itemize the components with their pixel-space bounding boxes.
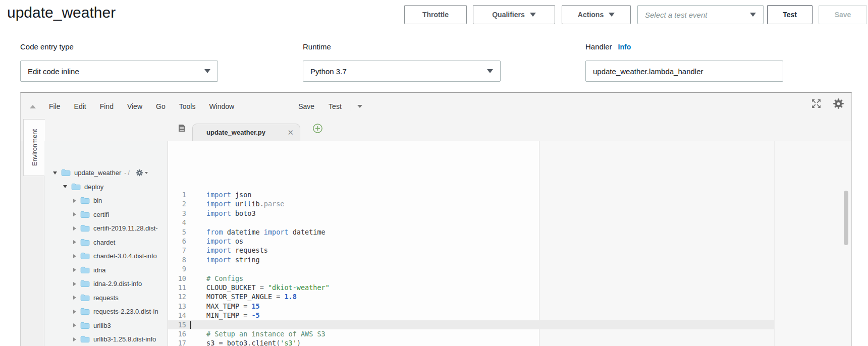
chevron-down-icon [145,172,148,174]
folder-icon [80,239,90,246]
tree-item-deploy[interactable]: deploy [44,180,168,194]
folder-icon [61,169,71,177]
folder-icon [80,294,90,302]
actions-button[interactable]: Actions [562,5,631,24]
environment-tab[interactable]: Environment [23,119,45,176]
tree-item-update-weather[interactable]: update_weather- / [44,166,168,180]
tree-settings-gear-icon[interactable] [136,169,148,177]
tree-caret-collapsed-icon[interactable] [73,296,76,300]
tree-item-chardet[interactable]: chardet [44,236,168,249]
line-number: 16 [168,329,186,338]
chevron-down-icon [609,13,615,17]
tree-caret-collapsed-icon[interactable] [73,310,76,314]
editor-test-action[interactable]: Test [329,102,342,110]
code-line: import os [206,237,243,246]
tree-item-label: certifi-2019.11.28.dist- [93,224,158,232]
code-editor-surface[interactable]: 1import json2import urllib.parse3import … [168,141,851,346]
menu-tools[interactable]: Tools [179,102,196,110]
runtime-value: Python 3.7 [310,67,347,76]
tree-caret-collapsed-icon[interactable] [73,254,76,258]
tree-caret-collapsed-icon[interactable] [73,199,76,203]
menu-actions: SaveTest [248,102,342,110]
code-line: import boto3 [206,209,256,218]
code-line: import requests [206,246,268,255]
menu-go[interactable]: Go [156,102,166,110]
menu-file[interactable]: File [49,102,61,110]
tree-item-chardet-3-0-4-dist-info[interactable]: chardet-3.0.4.dist-info [44,249,168,263]
print-margin-zone [539,141,851,346]
tree-item-urllib3[interactable]: urllib3 [44,319,168,332]
vertical-scrollbar-thumb[interactable] [844,191,848,245]
save-button[interactable]: Save [819,5,867,24]
menubar-divider [351,101,351,111]
line-number: 8 [168,255,186,264]
qualifiers-button-label: Qualifiers [492,11,525,19]
qualifiers-button[interactable]: Qualifiers [473,5,555,24]
line-number: 2 [168,199,186,208]
code-line: import json [206,190,251,199]
line-number: 17 [168,338,186,346]
tree-caret-expanded-icon[interactable] [63,185,67,188]
code-entry-type-value: Edit code inline [28,67,79,76]
throttle-button-label: Throttle [422,11,449,19]
menu-find[interactable]: Find [100,102,114,110]
line-number: 11 [168,283,186,292]
tree-caret-expanded-icon[interactable] [53,171,57,175]
editor-settings-gear-icon[interactable] [833,98,844,111]
line-number: 9 [168,264,186,273]
menu-view[interactable]: View [127,102,142,110]
save-button-label: Save [835,11,851,19]
line-number: 4 [168,218,186,227]
folder-icon [80,197,90,204]
tab-close-icon[interactable]: ✕ [287,129,294,136]
collapse-editor-icon[interactable] [30,105,36,108]
code-line: # Setup an instance of AWS S3 [206,329,326,338]
tree-caret-collapsed-icon[interactable] [73,323,76,327]
tab-list-icon[interactable] [177,124,186,135]
editor-save-action[interactable]: Save [298,102,314,110]
handler-input[interactable]: update_weather.lambda_handler [585,61,783,82]
handler-info-link[interactable]: Info [618,43,631,51]
tree-item-urllib3-1-25-8-dist-info[interactable]: urllib3-1.25.8.dist-info [44,332,168,346]
folder-icon [80,322,90,329]
tree-caret-collapsed-icon[interactable] [73,337,76,341]
line-number: 10 [168,274,186,283]
content-edge-line [774,141,775,346]
test-event-select[interactable]: Select a test event [637,5,764,24]
tree-caret-collapsed-icon[interactable] [73,240,76,244]
tree-item-requests[interactable]: requests [44,291,168,305]
runtime-label: Runtime [303,42,331,51]
tab-update-weather-py[interactable]: update_weather.py ✕ [192,124,300,141]
tree-caret-collapsed-icon[interactable] [73,268,76,272]
tree-item-requests-2-23-0-dist-in[interactable]: requests-2.23.0.dist-in [44,305,168,318]
line-number: 7 [168,246,186,255]
folder-icon [80,211,90,218]
actions-button-label: Actions [578,11,604,19]
page-header: update_weather Throttle Qualifiers Actio… [0,0,868,29]
tree-root-suffix: - / [124,169,130,177]
new-tab-plus-icon[interactable] [312,123,323,136]
tree-item-bin[interactable]: bin [44,194,168,207]
tree-item-certifi[interactable]: certifi [44,208,168,221]
code-line: # Configs [206,274,243,283]
tree-item-certifi-2019-11-28-dist-[interactable]: certifi-2019.11.28.dist- [44,221,168,235]
runtime-select[interactable]: Python 3.7 [303,61,501,82]
menu-edit[interactable]: Edit [74,102,86,110]
tab-label: update_weather.py [206,129,265,136]
throttle-button[interactable]: Throttle [404,5,467,24]
tree-item-idna[interactable]: idna [44,263,168,277]
fullscreen-icon[interactable] [811,98,822,111]
code-entry-type-select[interactable]: Edit code inline [20,61,218,82]
menu-window[interactable]: Window [209,102,234,110]
line-number: 13 [168,302,186,311]
tree-item-label: chardet-3.0.4.dist-info [93,252,157,260]
folder-icon [80,252,90,260]
test-button[interactable]: Test [767,5,812,24]
editor-tabstrip: update_weather.py ✕ [21,115,851,141]
code-line: MAX_TEMP = 15 [206,302,260,311]
tree-caret-collapsed-icon[interactable] [73,212,76,216]
tree-caret-collapsed-icon[interactable] [73,226,76,230]
tree-item-idna-2-9-dist-info[interactable]: idna-2.9.dist-info [44,277,168,291]
tree-caret-collapsed-icon[interactable] [73,282,76,286]
menubar-more-icon[interactable] [357,105,362,108]
